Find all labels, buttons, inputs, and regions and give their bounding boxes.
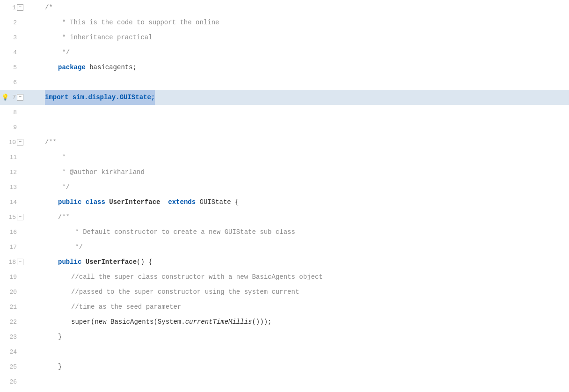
code-line: 19//call the super class constructor wit…: [0, 269, 569, 284]
code-content: */: [27, 240, 569, 254]
code-line: 13 */: [0, 180, 569, 195]
code-line: 23}: [0, 329, 569, 344]
line-number: 14: [7, 199, 17, 206]
fold-collapse-icon[interactable]: −: [17, 139, 23, 145]
code-line: 8: [0, 105, 569, 120]
code-content: * Default constructor to create a new GU…: [27, 225, 569, 240]
code-line: 6: [0, 75, 569, 90]
line-gutter: 25: [0, 363, 27, 370]
code-content: /**: [27, 210, 569, 225]
code-line: 22super(new BasicAgents(System.currentTi…: [0, 314, 569, 329]
line-number: 3: [7, 34, 17, 41]
line-gutter: 3: [0, 34, 27, 41]
code-content: *: [27, 150, 569, 165]
code-content: //call the super class constructor with …: [27, 269, 569, 284]
line-gutter: 11: [0, 154, 27, 161]
line-number: 12: [7, 169, 17, 176]
code-line: 15−/**: [0, 210, 569, 225]
line-number: 7: [6, 94, 16, 101]
code-line: 1−/*: [0, 0, 569, 15]
code-content: }: [27, 359, 569, 374]
line-number: 6: [7, 79, 17, 86]
code-content: public class UserInterface extends GUISt…: [27, 195, 569, 210]
code-content: * inheritance practical: [27, 30, 569, 45]
line-number: 5: [7, 64, 17, 71]
code-line: 16 * Default constructor to create a new…: [0, 225, 569, 240]
line-number: 4: [7, 49, 17, 56]
fold-collapse-icon[interactable]: −: [17, 214, 23, 220]
code-content: */: [27, 180, 569, 195]
code-content: }: [27, 329, 569, 344]
code-line: 3 * inheritance practical: [0, 30, 569, 45]
line-gutter: 10−: [0, 139, 27, 146]
line-number: 15: [6, 214, 16, 221]
line-gutter: 4: [0, 49, 27, 56]
code-content: super(new BasicAgents(System.currentTime…: [27, 314, 569, 329]
code-line: 12 * @author kirkharland: [0, 165, 569, 180]
line-number: 20: [7, 289, 17, 296]
code-line: 4 */: [0, 45, 569, 60]
code-line: 💡7−import sim.display.GUIState;: [0, 90, 569, 105]
code-line: 11 *: [0, 150, 569, 165]
line-gutter: 5: [0, 64, 27, 71]
line-gutter: 22: [0, 319, 27, 326]
line-number: 22: [7, 319, 17, 326]
line-gutter: 13: [0, 184, 27, 191]
line-number: 11: [7, 154, 17, 161]
fold-collapse-icon[interactable]: −: [17, 94, 23, 101]
line-gutter: 26: [0, 378, 27, 385]
code-line: 21//time as the seed parameter: [0, 299, 569, 314]
code-content: */: [27, 45, 569, 60]
code-line: 14public class UserInterface extends GUI…: [0, 195, 569, 210]
line-number: 8: [7, 109, 17, 116]
code-content: import sim.display.GUIState;: [27, 90, 569, 105]
line-number: 24: [7, 348, 17, 356]
code-line: 25}: [0, 359, 569, 374]
fold-collapse-icon[interactable]: −: [17, 259, 23, 265]
line-number: 26: [7, 378, 17, 385]
line-gutter: 16: [0, 229, 27, 236]
line-gutter: 1−: [0, 4, 27, 11]
line-gutter: 21: [0, 304, 27, 311]
code-line: 26: [0, 374, 569, 389]
line-number: 1: [6, 4, 16, 11]
code-content: * @author kirkharland: [27, 165, 569, 180]
line-number: 17: [7, 244, 17, 251]
line-gutter: 17: [0, 244, 27, 251]
line-gutter: 19: [0, 274, 27, 281]
line-gutter: 6: [0, 79, 27, 86]
line-gutter: 20: [0, 289, 27, 296]
line-gutter: 23: [0, 334, 27, 341]
line-gutter: 7−: [0, 94, 27, 101]
line-number: 25: [7, 363, 17, 370]
code-line: 17 */: [0, 240, 569, 254]
code-editor: 1−/*2 * This is the code to support the …: [0, 0, 569, 392]
line-number: 18: [6, 259, 16, 266]
code-content: //passed to the super constructor using …: [27, 284, 569, 299]
line-gutter: 8: [0, 109, 27, 116]
line-gutter: 12: [0, 169, 27, 176]
line-number: 21: [7, 304, 17, 311]
code-content: /**: [27, 135, 569, 150]
line-gutter: 18−: [0, 259, 27, 266]
line-number: 23: [7, 334, 17, 341]
code-content: package basicagents;: [27, 60, 569, 75]
code-content: * This is the code to support the online: [27, 15, 569, 30]
code-content: /*: [27, 0, 569, 15]
code-content: //time as the seed parameter: [27, 299, 569, 314]
code-line: 20//passed to the super constructor usin…: [0, 284, 569, 299]
line-number: 19: [7, 274, 17, 281]
line-number: 10: [6, 139, 16, 146]
line-gutter: 2: [0, 19, 27, 26]
line-gutter: 15−: [0, 214, 27, 221]
code-line: 2 * This is the code to support the onli…: [0, 15, 569, 30]
line-number: 16: [7, 229, 17, 236]
code-content: public UserInterface() {: [27, 254, 569, 269]
line-gutter: 9: [0, 124, 27, 131]
fold-collapse-icon[interactable]: −: [17, 4, 23, 11]
code-area: 1−/*2 * This is the code to support the …: [0, 0, 569, 392]
line-gutter: 14: [0, 199, 27, 206]
line-number: 13: [7, 184, 17, 191]
code-line: 5package basicagents;: [0, 60, 569, 75]
line-number: 2: [7, 19, 17, 26]
